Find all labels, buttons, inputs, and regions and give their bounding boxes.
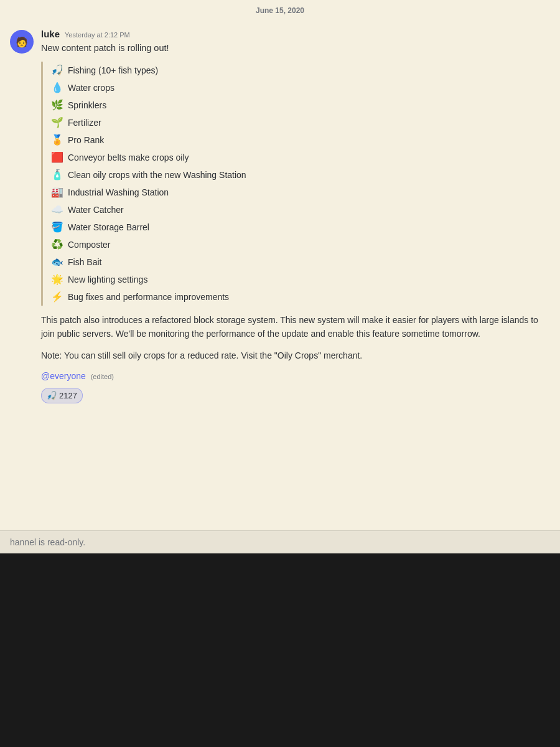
read-only-bar: hannel is read-only. (0, 530, 560, 553)
fishing-icon: 🎣 (50, 62, 64, 79)
feature-text: Industrial Washing Station (68, 185, 169, 200)
feature-text: Sprinklers (68, 98, 106, 113)
list-item: 🎣 Fishing (10+ fish types) (50, 62, 550, 79)
feature-text: Composter (68, 237, 110, 253)
washing-icon: 🧴 (50, 166, 64, 184)
list-item: 🌿 Sprinklers (50, 96, 550, 114)
feature-text: Fish Bait (68, 255, 101, 270)
industrial-icon: 🏭 (50, 184, 64, 201)
list-item: 🐟 Fish Bait (50, 253, 550, 271)
message-container: 🧑 luke Yesterday at 2:12 PM New content … (10, 29, 550, 403)
reaction-area: 🎣 2127 (41, 388, 550, 404)
list-item: 🏅 Pro Rank (50, 131, 550, 149)
list-item: ♻️ Composter (50, 236, 550, 253)
lighting-icon: 🌟 (50, 271, 64, 288)
list-item: 🟥 Conveyor belts make crops oily (50, 149, 550, 166)
message-content: luke Yesterday at 2:12 PM New content pa… (41, 29, 550, 403)
reaction-badge[interactable]: 🎣 2127 (41, 388, 83, 404)
feature-text: Bug fixes and performance improvements (68, 289, 229, 305)
list-item: ☁️ Water Catcher (50, 201, 550, 218)
feature-text: Fertilizer (68, 115, 101, 131)
message-area: 🧑 luke Yesterday at 2:12 PM New content … (0, 20, 560, 530)
message-text: New content patch is rolling out! 🎣 Fish… (41, 42, 550, 403)
mention-line: @everyone (edited) (41, 370, 550, 383)
list-item: 🌱 Fertilizer (50, 114, 550, 131)
reaction-emoji: 🎣 (47, 390, 57, 402)
pro-rank-icon: 🏅 (50, 131, 64, 149)
list-item: 💧 Water crops (50, 79, 550, 96)
message-timestamp: Yesterday at 2:12 PM (65, 31, 130, 39)
message-header: luke Yesterday at 2:12 PM (41, 29, 550, 39)
cloud-icon: ☁️ (50, 201, 64, 218)
date-divider: June 15, 2020 (0, 0, 560, 20)
bottom-background (0, 553, 560, 747)
composter-icon: ♻️ (50, 236, 64, 253)
feature-text: Clean oily crops with the new Washing St… (68, 167, 246, 183)
feature-text: Water crops (68, 80, 114, 96)
barrel-icon: 🪣 (50, 218, 64, 236)
avatar: 🧑 (10, 30, 34, 54)
feature-text: New lighting settings (68, 272, 147, 288)
feature-text: Pro Rank (68, 133, 104, 148)
username: luke (41, 29, 60, 39)
list-item: ⚡ Bug fixes and performance improvements (50, 288, 550, 306)
feature-text: Conveyor belts make crops oily (68, 150, 189, 166)
feature-list: 🎣 Fishing (10+ fish types) 💧 Water crops… (41, 62, 550, 306)
fertilizer-icon: 🌱 (50, 114, 64, 131)
note-text: Note: You can still sell oily crops for … (41, 349, 550, 362)
list-item: 🏭 Industrial Washing Station (50, 184, 550, 201)
feature-text: Water Catcher (68, 202, 124, 218)
list-item: 🪣 Water Storage Barrel (50, 218, 550, 236)
conveyor-icon: 🟥 (50, 149, 64, 166)
message-intro: New content patch is rolling out! (41, 42, 550, 55)
list-item: 🌟 New lighting settings (50, 271, 550, 288)
feature-text: Fishing (10+ fish types) (68, 63, 158, 78)
feature-text: Water Storage Barrel (68, 220, 149, 235)
sprinkler-icon: 🌿 (50, 96, 64, 114)
mention-everyone: @everyone (41, 371, 86, 381)
water-icon: 💧 (50, 79, 64, 96)
patch-notes: This patch also introduces a refactored … (41, 313, 550, 341)
bugfix-icon: ⚡ (50, 288, 64, 306)
reaction-count: 2127 (59, 390, 77, 402)
list-item: 🧴 Clean oily crops with the new Washing … (50, 166, 550, 184)
fishbait-icon: 🐟 (50, 253, 64, 271)
edited-tag: (edited) (91, 373, 114, 380)
